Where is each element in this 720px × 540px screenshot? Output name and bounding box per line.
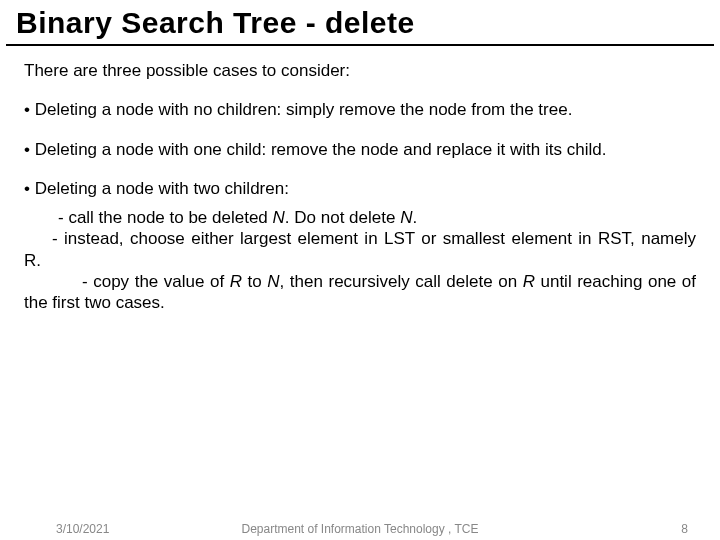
intro-text: There are three possible cases to consid… xyxy=(24,60,696,81)
sub-step-3-r1: R xyxy=(230,272,248,291)
sub-step-1-n2: N xyxy=(400,208,412,227)
sub-step-3-n: N xyxy=(267,272,279,291)
bullet-two-children: • Deleting a node with two children: xyxy=(24,178,696,199)
sub-step-3-r2: R xyxy=(523,272,541,291)
slide-body: There are three possible cases to consid… xyxy=(0,46,720,313)
bullet-no-children: • Deleting a node with no children: simp… xyxy=(24,99,696,120)
sub-step-1-part-e: . xyxy=(412,208,417,227)
bullet-one-child: • Deleting a node with one child: remove… xyxy=(24,139,696,160)
sub-step-2: - instead, choose either largest element… xyxy=(24,228,696,271)
slide: Binary Search Tree - delete There are th… xyxy=(0,0,720,540)
sub-steps: - call the node to be deleted N. Do not … xyxy=(24,207,696,313)
sub-step-3-part-c: to xyxy=(248,272,268,291)
footer-department: Department of Information Technology , T… xyxy=(0,522,720,536)
footer-page-number: 8 xyxy=(681,522,688,536)
sub-step-3-part-a: - copy the value of xyxy=(82,272,230,291)
sub-step-3-part-e: , then recursively call delete on xyxy=(280,272,523,291)
sub-step-1-part-c: . Do not delete xyxy=(285,208,400,227)
sub-step-1-part-a: - call the node to be deleted xyxy=(58,208,273,227)
sub-step-1-n1: N xyxy=(273,208,285,227)
sub-step-3: - copy the value of R to N, then recursi… xyxy=(24,271,696,314)
sub-step-1: - call the node to be deleted N. Do not … xyxy=(24,207,696,228)
slide-title: Binary Search Tree - delete xyxy=(6,0,714,46)
